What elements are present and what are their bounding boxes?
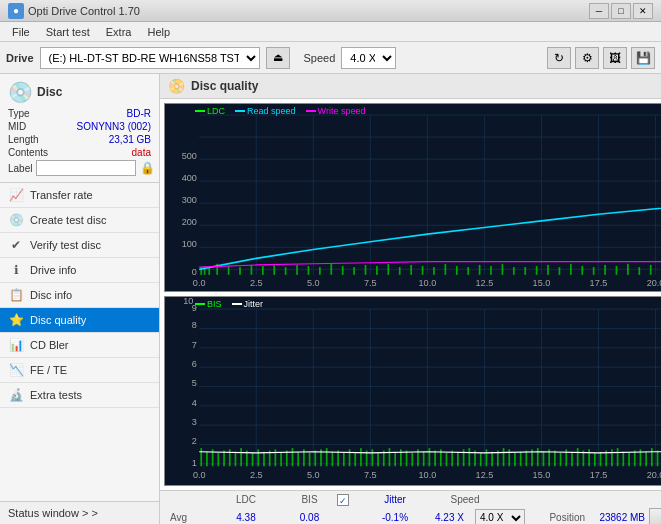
svg-rect-200 bbox=[577, 448, 579, 466]
svg-text:6: 6 bbox=[192, 358, 197, 369]
svg-rect-141 bbox=[240, 448, 242, 466]
speed-select[interactable]: 4.0 X bbox=[341, 47, 396, 69]
svg-text:500: 500 bbox=[182, 151, 197, 161]
svg-rect-204 bbox=[600, 452, 602, 467]
svg-rect-173 bbox=[423, 452, 425, 467]
avg-speed-val: 4.23 X bbox=[435, 512, 475, 523]
svg-rect-181 bbox=[468, 448, 470, 466]
refresh-button[interactable]: ↻ bbox=[547, 47, 571, 69]
svg-rect-180 bbox=[463, 450, 465, 467]
svg-rect-63 bbox=[410, 265, 412, 275]
svg-rect-151 bbox=[297, 452, 299, 467]
svg-rect-72 bbox=[513, 267, 515, 275]
ldc-chart-svg: 0 100 200 300 400 500 18X 16X 14X 12X 10… bbox=[165, 104, 661, 291]
nav-disc-info[interactable]: 📋 Disc info bbox=[0, 283, 159, 308]
disc-icon: 💿 bbox=[8, 80, 33, 104]
app-title: Opti Drive Control 1.70 bbox=[28, 5, 140, 17]
close-button[interactable]: ✕ bbox=[633, 3, 653, 19]
position-val: 23862 MB bbox=[585, 512, 645, 523]
quality-header: 📀 Disc quality bbox=[160, 74, 661, 99]
svg-text:17.5: 17.5 bbox=[590, 469, 608, 480]
svg-rect-55 bbox=[319, 267, 321, 275]
jitter-checkbox[interactable]: ✓ bbox=[337, 494, 355, 506]
nav-drive-info[interactable]: ℹ Drive info bbox=[0, 258, 159, 283]
quality-title: Disc quality bbox=[191, 79, 258, 93]
disc-info-icon: 📋 bbox=[8, 288, 24, 302]
status-window-button[interactable]: Status window > > bbox=[0, 501, 159, 524]
svg-rect-212 bbox=[645, 452, 647, 467]
svg-rect-208 bbox=[622, 452, 624, 467]
svg-rect-73 bbox=[524, 267, 526, 275]
svg-rect-68 bbox=[467, 267, 469, 275]
svg-rect-48 bbox=[239, 267, 241, 275]
svg-rect-206 bbox=[611, 450, 613, 467]
transfer-rate-icon: 📈 bbox=[8, 188, 24, 202]
write-speed-legend-label: Write speed bbox=[318, 106, 366, 116]
app-icon: ● bbox=[8, 3, 24, 19]
svg-rect-214 bbox=[657, 451, 659, 467]
menubar: File Start test Extra Help bbox=[0, 22, 661, 42]
svg-rect-50 bbox=[262, 266, 264, 275]
svg-rect-60 bbox=[376, 266, 378, 275]
disc-label-input[interactable] bbox=[36, 160, 136, 176]
create-test-disc-icon: 💿 bbox=[8, 213, 24, 227]
svg-rect-47 bbox=[228, 266, 230, 275]
svg-rect-144 bbox=[257, 450, 259, 467]
nav-fe-te[interactable]: 📉 FE / TE bbox=[0, 358, 159, 383]
svg-text:17.5: 17.5 bbox=[590, 278, 608, 288]
stats-bar: LDC BIS ✓ Jitter Speed Avg 4.38 0.08 -0.… bbox=[160, 490, 661, 524]
svg-rect-137 bbox=[217, 453, 219, 466]
menu-file[interactable]: File bbox=[4, 24, 38, 40]
svg-rect-83 bbox=[638, 267, 640, 275]
length-value: 23,31 GB bbox=[109, 134, 151, 145]
type-value: BD-R bbox=[127, 108, 151, 119]
svg-rect-54 bbox=[308, 266, 310, 275]
svg-rect-185 bbox=[491, 452, 493, 467]
nav-transfer-rate[interactable]: 📈 Transfer rate bbox=[0, 183, 159, 208]
svg-rect-187 bbox=[503, 448, 505, 466]
nav-drive-info-label: Drive info bbox=[30, 264, 76, 276]
svg-text:20.0: 20.0 bbox=[647, 469, 661, 480]
svg-rect-80 bbox=[604, 265, 606, 275]
disc-panel: 💿 Disc Type BD-R MID SONYNN3 (002) Lengt… bbox=[0, 74, 159, 183]
save-button[interactable]: 💾 bbox=[631, 47, 655, 69]
svg-text:20.0: 20.0 bbox=[647, 278, 661, 288]
nav-extra-tests-label: Extra tests bbox=[30, 389, 82, 401]
nav-verify-test-disc[interactable]: ✔ Verify test disc bbox=[0, 233, 159, 258]
info-button[interactable]: 🖼 bbox=[603, 47, 627, 69]
svg-text:12.5: 12.5 bbox=[476, 469, 494, 480]
jitter-legend-color bbox=[232, 303, 242, 305]
svg-rect-70 bbox=[490, 266, 492, 275]
nav-cd-bler[interactable]: 📊 CD Bler bbox=[0, 333, 159, 358]
menu-start-test[interactable]: Start test bbox=[38, 24, 98, 40]
svg-rect-82 bbox=[627, 264, 629, 275]
nav-extra-tests[interactable]: 🔬 Extra tests bbox=[0, 383, 159, 408]
nav-items: 📈 Transfer rate 💿 Create test disc ✔ Ver… bbox=[0, 183, 159, 501]
bis-legend-color bbox=[195, 303, 205, 305]
maximize-button[interactable]: □ bbox=[611, 3, 631, 19]
nav-disc-info-label: Disc info bbox=[30, 289, 72, 301]
drive-label: Drive bbox=[6, 52, 34, 64]
ldc-legend-label: LDC bbox=[207, 106, 225, 116]
speed-sel[interactable]: 4.0 X bbox=[475, 509, 525, 524]
nav-create-test-disc[interactable]: 💿 Create test disc bbox=[0, 208, 159, 233]
label-set-button[interactable]: 🔒 bbox=[140, 161, 155, 175]
svg-text:400: 400 bbox=[182, 173, 197, 183]
minimize-button[interactable]: ─ bbox=[589, 3, 609, 19]
svg-text:5.0: 5.0 bbox=[307, 278, 320, 288]
avg-ldc: 4.38 bbox=[210, 512, 282, 523]
svg-rect-134 bbox=[200, 448, 202, 466]
eject-button[interactable]: ⏏ bbox=[266, 47, 290, 69]
avg-label: Avg bbox=[170, 512, 210, 523]
svg-rect-147 bbox=[275, 450, 277, 467]
svg-rect-154 bbox=[314, 451, 316, 467]
menu-help[interactable]: Help bbox=[139, 24, 178, 40]
svg-rect-179 bbox=[457, 452, 459, 467]
settings-button[interactable]: ⚙ bbox=[575, 47, 599, 69]
drive-select[interactable]: (E:) HL-DT-ST BD-RE WH16NS58 TST4 bbox=[40, 47, 260, 69]
menu-extra[interactable]: Extra bbox=[98, 24, 140, 40]
start-full-button[interactable]: Start full bbox=[649, 508, 661, 524]
svg-rect-57 bbox=[342, 266, 344, 275]
svg-rect-79 bbox=[593, 267, 595, 275]
nav-disc-quality[interactable]: ⭐ Disc quality bbox=[0, 308, 159, 333]
